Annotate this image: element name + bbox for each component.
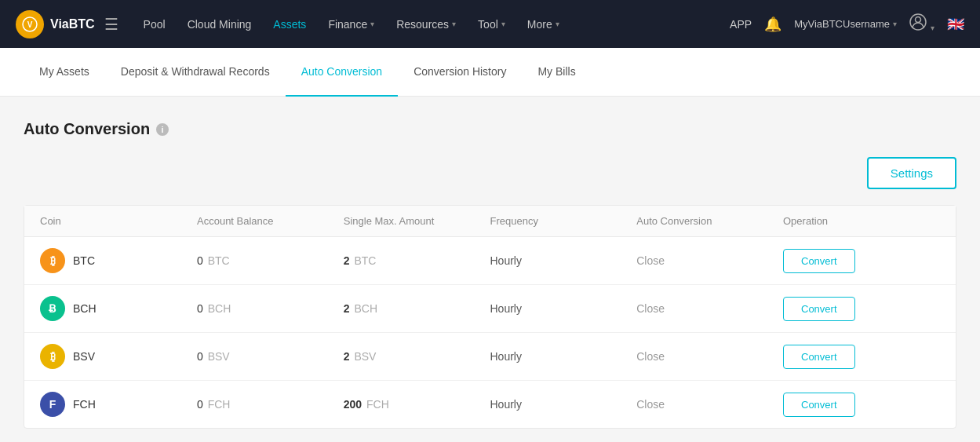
col-balance: Account Balance [197,215,344,227]
logo-icon: V [16,10,44,38]
tab-my-assets[interactable]: My Assets [24,48,105,97]
convert-button-bch[interactable]: Convert [783,297,855,321]
nav-app[interactable]: APP [730,18,752,31]
nav-username[interactable]: MyViaBTCUsername ▾ [794,18,897,30]
convert-button-bsv[interactable]: Convert [783,345,855,369]
main-content: Auto Conversion i Settings Coin Account … [0,97,980,442]
coin-name-fch: FCH [73,398,96,411]
page-title: Auto Conversion [24,120,150,138]
hamburger-icon[interactable]: ☰ [104,15,118,34]
auto-bsv: Close [636,350,783,363]
auto-bch: Close [636,302,783,315]
nav-item-cloud-mining[interactable]: Cloud Mining [178,12,261,37]
page-title-row: Auto Conversion i [24,120,956,138]
col-frequency: Frequency [490,215,637,227]
coin-name-bch: BCH [73,302,97,315]
svg-point-3 [915,17,920,23]
col-operation: Operation [783,215,940,227]
col-max-amount: Single Max. Amount [344,215,490,227]
coin-cell-fch: F FCH [40,392,197,417]
language-flag[interactable]: 🇬🇧 [947,16,964,33]
col-auto-conversion: Auto Conversion [636,215,783,227]
info-icon[interactable]: i [156,123,169,136]
op-bch: Convert [783,297,940,321]
tab-auto-conversion[interactable]: Auto Conversion [286,48,399,97]
nav-right: APP 🔔 MyViaBTCUsername ▾ ▾ 🇬🇧 [730,13,964,35]
coin-name-bsv: BSV [73,350,95,363]
auto-btc: Close [636,254,783,267]
more-chevron: ▾ [556,20,559,28]
username-chevron: ▾ [893,20,897,28]
finance-chevron: ▾ [370,20,374,28]
max-bsv: 2 BSV [344,350,490,363]
bsv-icon: ₿ [40,344,65,369]
brand-name: ViaBTC [50,17,95,31]
settings-button[interactable]: Settings [867,157,956,189]
nav-item-more[interactable]: More ▾ [518,12,569,37]
freq-fch: Hourly [490,398,637,411]
max-btc: 2 BTC [344,254,490,267]
nav-items: Pool Cloud Mining Assets Finance ▾ Resou… [134,12,730,37]
col-coin: Coin [40,215,197,227]
table-row: ₿ BTC 0 BTC 2 BTC Hourly Close Convert [24,237,956,285]
freq-bsv: Hourly [490,350,637,363]
freq-bch: Hourly [490,302,637,315]
tab-conversion-history[interactable]: Conversion History [398,48,522,97]
bch-icon: Ƀ [40,296,65,321]
conversion-table: Coin Account Balance Single Max. Amount … [24,205,956,429]
bell-icon[interactable]: 🔔 [764,16,781,33]
op-btc: Convert [783,249,940,273]
coin-cell-bch: Ƀ BCH [40,296,197,321]
op-bsv: Convert [783,345,940,369]
btc-icon: ₿ [40,248,65,273]
coin-cell-btc: ₿ BTC [40,248,197,273]
nav-item-tool[interactable]: Tool ▾ [468,12,515,37]
navbar: V ViaBTC ☰ Pool Cloud Mining Assets Fina… [0,0,980,48]
nav-item-assets[interactable]: Assets [264,12,315,37]
nav-item-pool[interactable]: Pool [134,12,175,37]
balance-bch: 0 BCH [197,302,344,315]
freq-btc: Hourly [490,254,637,267]
nav-item-resources[interactable]: Resources ▾ [387,12,465,37]
tab-deposit-withdrawal[interactable]: Deposit & Withdrawal Records [105,48,286,97]
table-row: F FCH 0 FCH 200 FCH Hourly Close Convert [24,381,956,428]
auto-fch: Close [636,398,783,411]
balance-btc: 0 BTC [197,254,344,267]
max-bch: 2 BCH [344,302,490,315]
max-fch: 200 FCH [344,398,490,411]
table-header: Coin Account Balance Single Max. Amount … [24,206,956,237]
svg-text:V: V [27,20,33,29]
resources-chevron: ▾ [452,20,456,28]
balance-fch: 0 FCH [197,398,344,411]
tool-chevron: ▾ [501,20,505,28]
brand-logo[interactable]: V ViaBTC [16,10,95,38]
convert-button-btc[interactable]: Convert [783,249,855,273]
avatar-icon[interactable]: ▾ [909,13,934,35]
table-row: ₿ BSV 0 BSV 2 BSV Hourly Close Convert [24,333,956,381]
fch-icon: F [40,392,65,417]
tabs-bar: My Assets Deposit & Withdrawal Records A… [0,48,980,97]
table-row: Ƀ BCH 0 BCH 2 BCH Hourly Close Convert [24,285,956,333]
nav-item-finance[interactable]: Finance ▾ [319,12,384,37]
balance-bsv: 0 BSV [197,350,344,363]
tab-my-bills[interactable]: My Bills [522,48,591,97]
op-fch: Convert [783,393,940,417]
coin-name-btc: BTC [73,254,95,267]
convert-button-fch[interactable]: Convert [783,393,855,417]
coin-cell-bsv: ₿ BSV [40,344,197,369]
settings-row: Settings [24,157,956,189]
